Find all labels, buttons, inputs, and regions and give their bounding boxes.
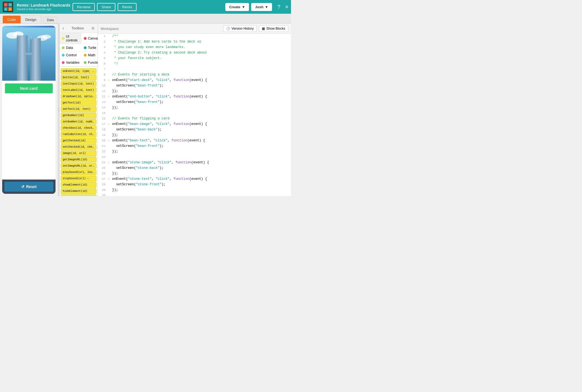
logo: C O D E bbox=[3, 2, 13, 12]
next-card-button[interactable]: Next card bbox=[5, 83, 53, 93]
toolbox-block[interactable]: setImageURL(id, url) bbox=[61, 163, 96, 169]
share-button[interactable]: Share bbox=[97, 3, 115, 11]
line-number: 26 bbox=[100, 171, 108, 176]
code-token: , bbox=[152, 95, 156, 99]
code-line: 20⚠onEvent("bean-text", "click", functio… bbox=[98, 138, 291, 144]
tab-data[interactable]: Data bbox=[43, 17, 57, 23]
tab-code[interactable]: Code bbox=[3, 16, 21, 23]
svg-rect-5 bbox=[17, 35, 27, 81]
code-token: "stone-front" bbox=[136, 183, 162, 186]
toolbox-block[interactable]: radioButton(id, checked) → bbox=[61, 131, 96, 137]
toolbox-block[interactable]: stopSound(url) ← bbox=[61, 176, 96, 181]
category-dot bbox=[62, 37, 65, 40]
svg-rect-9 bbox=[25, 53, 32, 55]
help-button[interactable]: ? bbox=[274, 2, 283, 11]
code-line: 10 setScreen("bean-front"); bbox=[98, 83, 291, 89]
toolbox-back-button[interactable]: ‹ bbox=[62, 25, 64, 31]
code-line: 8// Events for starting a deck bbox=[98, 72, 291, 78]
toolbox-block[interactable]: checkbox(id, checked) bbox=[61, 125, 96, 131]
line-number: 30 bbox=[100, 193, 108, 196]
toolbox-block[interactable]: dropdown(id, option1, etc) bbox=[61, 94, 96, 99]
warn-icon: ⚠ bbox=[108, 94, 112, 99]
create-button[interactable]: Create ▼ bbox=[225, 3, 249, 11]
version-history-button[interactable]: 🕐 Version History bbox=[223, 25, 257, 32]
code-token: , bbox=[152, 78, 156, 82]
line-number: 14 bbox=[100, 105, 108, 110]
line-number: 11 bbox=[100, 89, 108, 94]
code-token: "stone-text" bbox=[128, 177, 152, 181]
toolbox-block[interactable]: button(id, text) bbox=[61, 75, 96, 80]
code-line: 13 setScreen("bean-front"); bbox=[98, 100, 291, 105]
toolbox-block[interactable]: showElement(id) bbox=[61, 182, 96, 188]
logo-d: D bbox=[4, 7, 8, 11]
toolbox-block[interactable]: getChecked(id) bbox=[61, 138, 96, 144]
code-token: onEvent( bbox=[112, 177, 128, 181]
category-item-variables[interactable]: Variables bbox=[60, 59, 82, 66]
toolbox-block[interactable]: hideElement(id) bbox=[61, 188, 96, 194]
code-token: , bbox=[170, 177, 173, 181]
main-content: Next card ↺ Reset ‹ Toolbox ⚙ UI control… bbox=[0, 24, 291, 196]
tab-design[interactable]: Design bbox=[21, 16, 41, 23]
toolbox-gear-button[interactable]: ⚙ bbox=[91, 26, 95, 30]
line-number: 20 bbox=[100, 138, 108, 143]
code-token: function bbox=[171, 139, 187, 142]
code-content: }); bbox=[112, 187, 289, 192]
toolbox-block[interactable]: deleteElement(id) bbox=[61, 195, 96, 196]
code-line: 17⚠onEvent("bean-image", "click", functi… bbox=[98, 122, 291, 127]
preview-panel: Next card ↺ Reset bbox=[0, 24, 58, 196]
code-token: ); bbox=[158, 128, 162, 131]
line-number: 7 bbox=[100, 67, 108, 72]
code-content: setScreen("bean-front"); bbox=[112, 100, 289, 105]
code-line: 21 setScreen("bean-front"); bbox=[98, 144, 291, 149]
code-token: , bbox=[170, 122, 173, 126]
toolbox-block[interactable]: onEvent(id, type, callback bbox=[61, 68, 96, 74]
category-item-control[interactable]: Control bbox=[60, 52, 82, 59]
code-token: setScreen( bbox=[112, 183, 136, 186]
code-token: , bbox=[152, 177, 156, 181]
workspace-label: Workspace: bbox=[101, 27, 119, 31]
navbar: C O D E Remix: Landmark Flashcards Saved… bbox=[0, 0, 291, 14]
reset-button[interactable]: ↺ Reset bbox=[4, 182, 53, 192]
code-token: "bean-image" bbox=[128, 122, 152, 126]
category-dot bbox=[84, 46, 87, 49]
device-screen: Next card bbox=[2, 26, 56, 180]
category-item-data[interactable]: Data bbox=[60, 44, 82, 52]
user-button[interactable]: Josh ▼ bbox=[251, 3, 272, 11]
code-content: onEvent("bean-image", "click", function(… bbox=[112, 122, 289, 127]
toolbox-block[interactable]: textLabel(id, text) bbox=[61, 87, 96, 93]
toolbox-blocks: onEvent(id, type, callbackbutton(id, tex… bbox=[60, 67, 98, 196]
code-token: /** bbox=[112, 34, 118, 38]
svg-rect-6 bbox=[17, 34, 18, 37]
code-token: function bbox=[175, 161, 191, 164]
code-content: onEvent("stone-image", "click", function… bbox=[112, 160, 289, 165]
code-line: 25 setScreen("stone-back"); bbox=[98, 166, 291, 171]
toolbox-block[interactable]: textInput(id, text) bbox=[61, 81, 96, 87]
toolbox-block[interactable]: setNumber(id, number) bbox=[61, 119, 96, 125]
code-content: }); bbox=[112, 171, 289, 176]
code-token: setScreen( bbox=[112, 100, 136, 104]
line-number: 6 bbox=[100, 61, 108, 66]
toolbox-block[interactable]: image(id, url) bbox=[61, 150, 96, 156]
code-token: "click" bbox=[156, 177, 169, 181]
category-dot bbox=[62, 61, 65, 64]
remix-button[interactable]: Remix bbox=[118, 3, 137, 11]
show-blocks-button[interactable]: ▦ Show Blocks bbox=[259, 25, 288, 32]
device-image bbox=[2, 26, 56, 81]
code-token: , bbox=[154, 161, 157, 164]
version-history-label: Version History bbox=[232, 27, 254, 30]
toolbox-block[interactable]: setChecked(id, checked) bbox=[61, 144, 96, 150]
code-editor[interactable]: 1/**2 * Challenge 1: Add more cards to t… bbox=[98, 34, 291, 196]
toolbox-block[interactable]: setText(id, text) bbox=[61, 106, 96, 112]
category-item-ui-controls[interactable]: UI controls bbox=[60, 33, 82, 44]
code-token: ); bbox=[160, 166, 163, 170]
toolbox-block[interactable]: getImageURL(id) bbox=[61, 157, 96, 163]
code-line: 28 setScreen("stone-front"); bbox=[98, 182, 291, 187]
rename-button[interactable]: Rename bbox=[73, 3, 95, 11]
toolbox-block[interactable]: getText(id) bbox=[61, 100, 96, 106]
code-token: onEvent( bbox=[112, 78, 128, 82]
menu-button[interactable]: ≡ bbox=[285, 4, 288, 10]
toolbox-block[interactable]: getNumber(id) bbox=[61, 113, 96, 118]
toolbox-title: Toolbox bbox=[71, 26, 84, 30]
logo-o: O bbox=[8, 3, 12, 7]
toolbox-block[interactable]: playSound(url, loop) ← bbox=[61, 169, 96, 175]
